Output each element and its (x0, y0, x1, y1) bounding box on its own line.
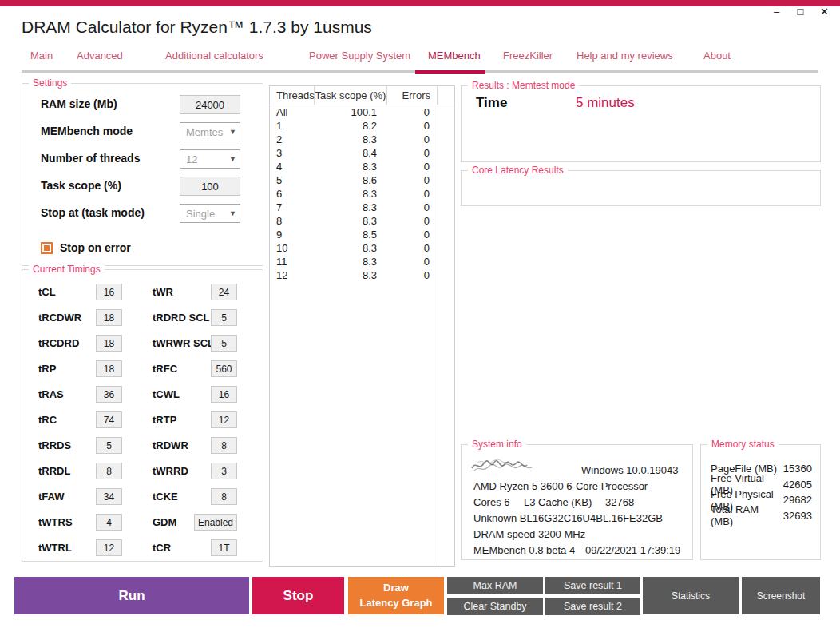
table-row: 38.40 (270, 146, 454, 160)
table-row: All100.10 (270, 105, 454, 119)
tab-about[interactable]: About (703, 50, 731, 62)
timing-label-tcwl: tCWL (153, 388, 180, 400)
membench-mode-value: Memtes (186, 126, 223, 138)
tab-freezkiller[interactable]: FreezKiller (503, 50, 553, 62)
screenshot-button[interactable]: Screenshot (742, 577, 820, 614)
table-row: 88.30 (270, 214, 454, 228)
save-result-1-button[interactable]: Save result 1 (545, 577, 640, 594)
cell-task-scope: 8.3 (315, 269, 387, 281)
tab-additional-calculators[interactable]: Additional calculators (165, 50, 263, 62)
stop-button[interactable]: Stop (252, 577, 344, 614)
memory-status-rows: PageFile (MB)15360Free Virtual (MB)42605… (701, 461, 820, 523)
table-row: 98.50 (270, 228, 454, 241)
table-row: 18.20 (270, 119, 454, 133)
cell-thread: 12 (270, 269, 315, 281)
statistics-button[interactable]: Statistics (643, 577, 739, 614)
timings-row: tRRDS5tRDWR8 (22, 437, 263, 454)
settings-row-stop-at-task-mode: Stop at (task mode)Single▼ (22, 204, 263, 223)
number-of-threads-select[interactable]: 12▼ (180, 149, 240, 169)
max-ram-button[interactable]: Max RAM (447, 577, 543, 594)
cell-task-scope: 8.3 (315, 242, 387, 254)
timing-label-tcl: tCL (38, 286, 56, 298)
core-latency-group: Core Latency Results (461, 170, 821, 206)
settings-row-task-scope: Task scope (%)100 (22, 177, 263, 196)
close-button[interactable]: ✕ (818, 6, 830, 18)
timing-value-twrrd: 3 (211, 463, 237, 479)
results-group: Results : Memtest mode Time 5 minutes (461, 85, 821, 162)
stop-at-task-mode-select[interactable]: Single▼ (180, 204, 240, 223)
cell-thread: All (270, 106, 315, 118)
cell-task-scope: 8.3 (315, 256, 387, 268)
column-header-errors[interactable]: Errors (387, 86, 438, 105)
settings-group: Settings RAM size (Mb)24000MEMbench mode… (22, 83, 263, 266)
table-row: 48.30 (270, 160, 454, 173)
timing-label-trp: tRP (38, 363, 56, 375)
task-scope-input[interactable]: 100 (180, 177, 240, 196)
time-label: Time (476, 95, 507, 111)
timing-value-trtp: 12 (211, 411, 237, 428)
settings-row-number-of-threads: Number of threads12▼ (22, 149, 263, 169)
table-row: 68.30 (270, 187, 454, 201)
timing-value-twr: 24 (211, 284, 237, 300)
timing-value-twtrs: 4 (96, 514, 122, 531)
window-controls: – □ ✕ (771, 6, 830, 18)
ram-size-mb-input[interactable]: 24000 (180, 95, 240, 114)
tab-power-supply-system[interactable]: Power Supply System (309, 50, 410, 62)
timing-label-trdwr: tRDWR (153, 439, 188, 451)
memstatus-row: Total RAM (MB)32693 (701, 508, 820, 524)
cell-thread: 1 (270, 120, 315, 132)
save-result-2-button[interactable]: Save result 2 (545, 598, 640, 615)
settings-group-title: Settings (29, 78, 71, 89)
clear-standby-button[interactable]: Clear Standby (447, 598, 543, 615)
tab-membench[interactable]: MEMbench (428, 50, 481, 62)
timing-value-trdwr: 8 (211, 437, 237, 454)
table-row: 118.30 (270, 255, 454, 268)
membench-mode-select[interactable]: Memtes▼ (180, 122, 240, 141)
chevron-down-icon: ▼ (229, 209, 240, 217)
run-button[interactable]: Run (14, 577, 249, 614)
cell-errors: 0 (387, 174, 438, 186)
number-of-threads-label: Number of threads (41, 152, 140, 165)
maximize-button[interactable]: □ (794, 6, 806, 18)
timing-label-trcdwr: tRCDWR (38, 312, 81, 324)
timing-label-twtrl: tWTRL (38, 542, 72, 554)
os-version: Windows 10.0.19043 (581, 464, 678, 476)
stop-at-task-mode-label: Stop at (task mode) (41, 206, 145, 219)
stop-on-error-checkbox[interactable] (41, 242, 53, 254)
column-header-threads[interactable]: Threads (270, 86, 315, 105)
timing-value-trc: 74 (96, 411, 122, 428)
timing-value-trcdrd: 18 (96, 335, 122, 352)
minimize-button[interactable]: – (771, 6, 783, 18)
timing-value-trp: 18 (96, 360, 122, 377)
current-timings-group: Current Timings tCL16tWR24tRCDWR18tRDRD … (22, 269, 263, 562)
draw-latency-graph-button[interactable]: Draw Latency Graph (348, 577, 444, 614)
results-group-title: Results : Memtest mode (468, 80, 579, 91)
cell-task-scope: 8.6 (315, 174, 387, 186)
cpu-name: AMD Ryzen 5 3600 6-Core Processor (473, 480, 648, 492)
column-header-task-scope[interactable]: Task scope (%) (315, 86, 387, 105)
memstatus-value-free-virtual-mb: 42605 (783, 479, 812, 491)
timing-value-trdrd-scl: 5 (211, 309, 237, 326)
cell-task-scope: 8.3 (315, 201, 387, 213)
timing-label-gdm: GDM (153, 516, 176, 528)
cell-errors: 0 (387, 215, 438, 227)
tab-main[interactable]: Main (30, 50, 53, 62)
chevron-down-icon: ▼ (229, 128, 240, 136)
table-row: 78.30 (270, 201, 454, 214)
stop-at-task-mode-value: Single (186, 208, 215, 220)
timing-label-trdrd-scl: tRDRD SCL (153, 312, 210, 324)
tab-advanced[interactable]: Advanced (77, 50, 123, 62)
timings-row: tFAW34tCKE8 (22, 488, 263, 505)
timing-value-tcwl: 16 (211, 386, 237, 403)
table-body: All100.1018.2028.3038.4048.3058.6068.307… (270, 105, 454, 282)
membench-mode-label: MEMbench mode (41, 125, 133, 137)
timings-row: tRAS36tCWL16 (22, 386, 263, 403)
timing-value-gdm: Enabled (194, 514, 237, 531)
tab-underline-active (415, 70, 485, 74)
memstatus-value-total-ram-mb: 32693 (783, 510, 812, 522)
task-scope-label: Task scope (%) (41, 179, 121, 192)
tab-help-and-my-reviews[interactable]: Help and my reviews (577, 50, 673, 62)
settings-fields: RAM size (Mb)24000MEMbench modeMemtes▼Nu… (22, 95, 263, 231)
cell-errors: 0 (387, 256, 438, 268)
current-timings-title: Current Timings (29, 264, 105, 275)
